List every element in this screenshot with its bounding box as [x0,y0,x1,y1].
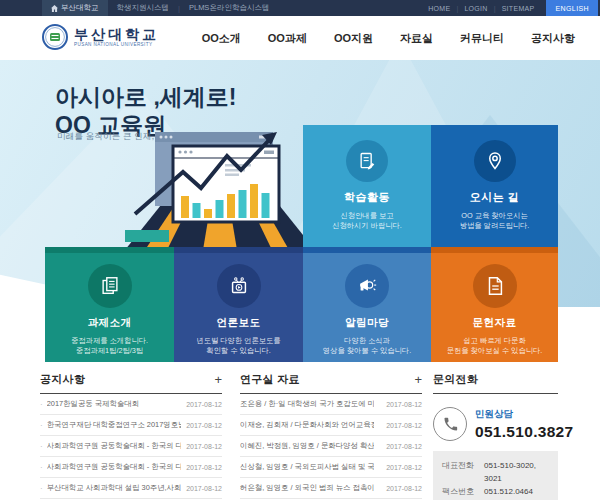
nav-item-community[interactable]: 커뮤니티 [460,31,504,46]
card-title: 오시는 길 [431,190,558,205]
card-description: 신청안내를 보고 신청하시기 바랍니다. [303,211,431,231]
growth-chart-illustration [125,128,315,250]
megaphone-icon [345,264,389,308]
university-logo[interactable]: 부산대학교 PUSAN NATIONAL UNIVERSITY [42,24,159,50]
topbar-right: HOME | LOGIN | SITEMAP ENGLISH [422,0,598,16]
research-materials-section: 연구실 자료 + 조은용 / 한·일 대학생의 국가 호감도에 미치는... 2… [240,372,422,499]
notice-list-item[interactable]: ·사회과학연구원 공동학술대회 - 한국의 다문화... 2017-08-12 [40,457,222,478]
card-description: 년도별 다양한 언론보도를 확인할 수 있습니다. [174,336,303,356]
notice-list-item[interactable]: ·한국연구재단 대학중점연구소 2017영호남... 2017-08-12 [40,415,222,436]
card-description: 중점과제를 소개합니다. 중점과제1팀/2팀/3팀 [45,336,174,356]
card-press-coverage[interactable]: 언론보도 년도별 다양한 언론보도를 확인할 수 있습니다. [174,247,303,362]
document-icon [473,264,517,308]
bullet-icon: · [40,421,43,430]
main-navigation: OO소개 OO과제 OO지원 자료실 커뮤니티 공지사항 [202,16,575,60]
logo-text: 부산대학교 PUSAN NATIONAL UNIVERSITY [74,27,159,47]
contact-title: 문의전화 [433,372,478,387]
card-announcement-board[interactable]: 알림마당 다양한 소식과 영상을 찾아볼 수 있습니다. [303,247,431,362]
home-icon [51,5,58,12]
nav-item-archive[interactable]: 자료실 [400,31,433,46]
map-pin-icon [474,140,516,182]
contact-row-fax: 팩스번호 051.512.0464 [442,485,549,498]
bullet-icon: · [40,484,43,493]
consult-label: 민원상담 [475,408,573,421]
consult-phone-block: 민원상담 051.510.3827 [433,407,558,441]
card-description: OO 교육 찾아오시는 방법을 알려드립니다. [431,211,558,231]
card-description: 다양한 소식과 영상을 찾아볼 수 있습니다. [303,336,431,356]
broadcast-tv-icon [217,264,261,308]
topbar-university-link[interactable]: 부산대학교 [42,0,108,16]
topbar-link-sitemap[interactable]: SITEMAP [496,5,541,12]
contact-header: 문의전화 [433,372,558,394]
notices-section: 공지사항 + ·2017한일공동 국제학술대회 2017-08-12 ·한국연구… [40,372,222,499]
research-list-item[interactable]: 허은철, 임영호 / 외국인 범죄 뉴스 접촉이 수용자... 2017-08-… [240,478,422,499]
card-title: 학습활동 [303,190,431,205]
topbar-link-student-system[interactable]: 학생지원시스템 [108,3,179,13]
card-title: 언론보도 [174,316,303,330]
card-learning-activities[interactable]: 학습활동 신청안내를 보고 신청하시기 바랍니다. [303,125,431,247]
research-list-item[interactable]: 이재승, 김회재 / 다문화사회와 언어교육정책... 2017-08-12 [240,415,422,436]
notice-list-item[interactable]: ·부산대학교 사회과학대 설립 30주년,사회과학... 2017-08-12 [40,478,222,499]
contact-section: 문의전화 민원상담 051.510.3827 대표전화 051-510-3020… [433,372,558,500]
topbar-link-home[interactable]: HOME [422,5,456,12]
card-title: 알림마당 [303,316,431,330]
card-task-introduction[interactable]: 과제소개 중점과제를 소개합니다. 중점과제1팀/2팀/3팀 [45,247,174,362]
card-title: 과제소개 [45,316,174,330]
topbar-left: 부산대학교 학생지원시스템 | PLMS온라인학습시스템 [42,0,278,16]
stacked-documents-icon [88,264,132,308]
topbar-link-plms[interactable]: PLMS온라인학습시스템 [180,3,278,13]
document-pen-icon [346,140,388,182]
notice-list-item[interactable]: ·2017한일공동 국제학술대회 2017-08-12 [40,394,222,415]
topbar-link-login[interactable]: LOGIN [458,5,493,12]
nav-item-notice[interactable]: 공지사항 [531,31,575,46]
site-header: 부산대학교 PUSAN NATIONAL UNIVERSITY OO소개 OO과… [0,16,600,60]
nav-item-tasks[interactable]: OO과제 [268,31,307,46]
english-button[interactable]: ENGLISH [546,0,598,16]
logo-subtitle: PUSAN NATIONAL UNIVERSITY [74,42,159,47]
top-utility-bar: 부산대학교 학생지원시스템 | PLMS온라인학습시스템 HOME | LOGI… [0,0,600,16]
card-title: 문헌자료 [431,316,558,330]
contact-row-main: 대표전화 051-510-3020, 3021 [442,459,549,485]
bullet-icon: · [40,442,43,451]
contact-info-box: 대표전화 051-510-3020, 3021 팩스번호 051.512.046… [433,451,558,500]
research-list-item[interactable]: 조은용 / 한·일 대학생의 국가 호감도에 미치는... 2017-08-12 [240,394,422,415]
nav-item-support[interactable]: OO지원 [334,31,373,46]
notice-list-item[interactable]: ·사회과학연구원 공동학술대회 - 한국의 다문화... 2017-08-12 [40,436,222,457]
research-list-item[interactable]: 이혜진, 박정원, 임영호 / 문화다양성 확산 사업... 2017-08-1… [240,436,422,457]
nav-item-intro[interactable]: OO소개 [202,31,241,46]
logo-title: 부산대학교 [74,27,159,42]
topbar-university-label: 부산대학교 [61,3,99,13]
card-literature-materials[interactable]: 문헌자료 쉽고 빠르게 다문화 문헌을 찾아보실 수 있습니다. [431,247,558,362]
notices-header: 공지사항 + [40,372,222,394]
notices-title: 공지사항 [40,372,85,387]
university-emblem-icon [42,24,68,50]
card-description: 쉽고 빠르게 다문화 문헌을 찾아보실 수 있습니다. [431,336,558,356]
card-directions[interactable]: 오시는 길 OO 교육 찾아오시는 방법을 알려드립니다. [431,125,558,247]
research-more-button[interactable]: + [414,375,422,385]
phone-icon [433,407,467,441]
research-header: 연구실 자료 + [240,372,422,394]
hero-title-line1: 아시아로 ,세계로! [55,83,236,111]
bullet-icon: · [40,463,43,472]
research-title: 연구실 자료 [240,372,300,387]
consult-phone-number: 051.510.3827 [475,423,573,441]
research-list-item[interactable]: 신상철, 임영호 / 국외도피사범 실태 및 국내송환... 2017-08-1… [240,457,422,478]
notices-more-button[interactable]: + [214,375,222,385]
bullet-icon: · [40,400,43,409]
